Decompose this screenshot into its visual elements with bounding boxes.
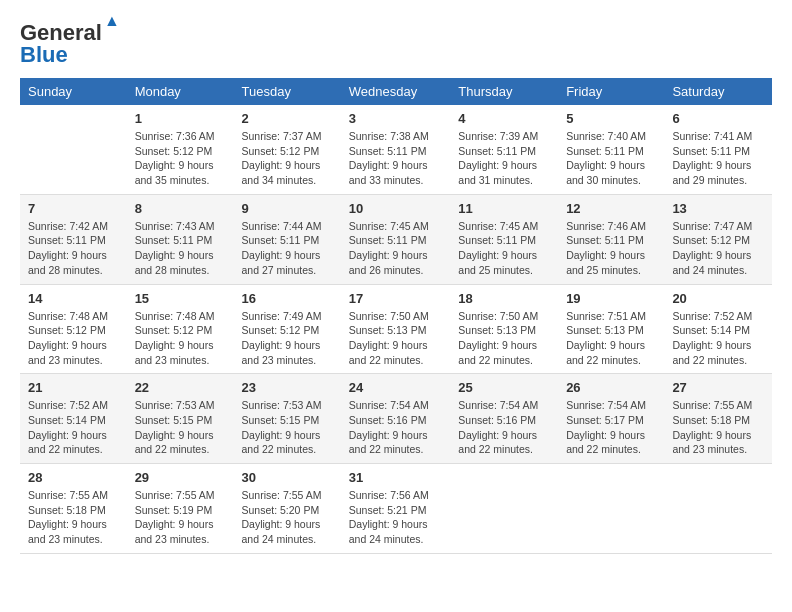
day-info: Sunrise: 7:48 AMSunset: 5:12 PMDaylight:… <box>28 309 119 368</box>
day-number: 18 <box>458 291 550 306</box>
day-info: Sunrise: 7:43 AMSunset: 5:11 PMDaylight:… <box>135 219 226 278</box>
day-info: Sunrise: 7:54 AMSunset: 5:16 PMDaylight:… <box>458 398 550 457</box>
day-number: 5 <box>566 111 656 126</box>
logo: General ▲ Blue <box>20 20 102 68</box>
day-number: 31 <box>349 470 443 485</box>
calendar-cell <box>558 464 664 554</box>
calendar-cell: 7Sunrise: 7:42 AMSunset: 5:11 PMDaylight… <box>20 194 127 284</box>
day-number: 10 <box>349 201 443 216</box>
calendar-cell: 11Sunrise: 7:45 AMSunset: 5:11 PMDayligh… <box>450 194 558 284</box>
calendar-table: SundayMondayTuesdayWednesdayThursdayFrid… <box>20 78 772 554</box>
day-number: 29 <box>135 470 226 485</box>
weekday-header: Thursday <box>450 78 558 105</box>
day-number: 26 <box>566 380 656 395</box>
day-info: Sunrise: 7:37 AMSunset: 5:12 PMDaylight:… <box>242 129 333 188</box>
calendar-cell: 20Sunrise: 7:52 AMSunset: 5:14 PMDayligh… <box>664 284 772 374</box>
calendar-cell: 28Sunrise: 7:55 AMSunset: 5:18 PMDayligh… <box>20 464 127 554</box>
calendar-cell: 25Sunrise: 7:54 AMSunset: 5:16 PMDayligh… <box>450 374 558 464</box>
day-number: 14 <box>28 291 119 306</box>
day-info: Sunrise: 7:42 AMSunset: 5:11 PMDaylight:… <box>28 219 119 278</box>
calendar-cell: 27Sunrise: 7:55 AMSunset: 5:18 PMDayligh… <box>664 374 772 464</box>
day-number: 15 <box>135 291 226 306</box>
day-info: Sunrise: 7:45 AMSunset: 5:11 PMDaylight:… <box>349 219 443 278</box>
day-info: Sunrise: 7:36 AMSunset: 5:12 PMDaylight:… <box>135 129 226 188</box>
calendar-cell: 12Sunrise: 7:46 AMSunset: 5:11 PMDayligh… <box>558 194 664 284</box>
day-number: 7 <box>28 201 119 216</box>
day-info: Sunrise: 7:50 AMSunset: 5:13 PMDaylight:… <box>458 309 550 368</box>
calendar-cell: 14Sunrise: 7:48 AMSunset: 5:12 PMDayligh… <box>20 284 127 374</box>
calendar-cell: 31Sunrise: 7:56 AMSunset: 5:21 PMDayligh… <box>341 464 451 554</box>
day-info: Sunrise: 7:50 AMSunset: 5:13 PMDaylight:… <box>349 309 443 368</box>
day-info: Sunrise: 7:54 AMSunset: 5:16 PMDaylight:… <box>349 398 443 457</box>
logo-general: General <box>20 20 102 45</box>
calendar-cell: 23Sunrise: 7:53 AMSunset: 5:15 PMDayligh… <box>234 374 341 464</box>
day-number: 13 <box>672 201 764 216</box>
day-info: Sunrise: 7:52 AMSunset: 5:14 PMDaylight:… <box>672 309 764 368</box>
calendar-cell: 21Sunrise: 7:52 AMSunset: 5:14 PMDayligh… <box>20 374 127 464</box>
day-number: 11 <box>458 201 550 216</box>
day-info: Sunrise: 7:51 AMSunset: 5:13 PMDaylight:… <box>566 309 656 368</box>
calendar-cell: 17Sunrise: 7:50 AMSunset: 5:13 PMDayligh… <box>341 284 451 374</box>
weekday-header: Monday <box>127 78 234 105</box>
day-info: Sunrise: 7:54 AMSunset: 5:17 PMDaylight:… <box>566 398 656 457</box>
day-number: 22 <box>135 380 226 395</box>
day-info: Sunrise: 7:41 AMSunset: 5:11 PMDaylight:… <box>672 129 764 188</box>
day-info: Sunrise: 7:40 AMSunset: 5:11 PMDaylight:… <box>566 129 656 188</box>
logo-bird-icon: ▲ <box>104 12 120 30</box>
day-number: 21 <box>28 380 119 395</box>
calendar-cell <box>664 464 772 554</box>
calendar-cell <box>450 464 558 554</box>
day-number: 4 <box>458 111 550 126</box>
day-number: 2 <box>242 111 333 126</box>
day-number: 17 <box>349 291 443 306</box>
day-info: Sunrise: 7:55 AMSunset: 5:20 PMDaylight:… <box>242 488 333 547</box>
weekday-header: Wednesday <box>341 78 451 105</box>
day-info: Sunrise: 7:44 AMSunset: 5:11 PMDaylight:… <box>242 219 333 278</box>
day-number: 6 <box>672 111 764 126</box>
calendar-cell: 10Sunrise: 7:45 AMSunset: 5:11 PMDayligh… <box>341 194 451 284</box>
day-number: 20 <box>672 291 764 306</box>
day-info: Sunrise: 7:55 AMSunset: 5:19 PMDaylight:… <box>135 488 226 547</box>
day-info: Sunrise: 7:49 AMSunset: 5:12 PMDaylight:… <box>242 309 333 368</box>
calendar-cell: 16Sunrise: 7:49 AMSunset: 5:12 PMDayligh… <box>234 284 341 374</box>
day-number: 25 <box>458 380 550 395</box>
day-info: Sunrise: 7:55 AMSunset: 5:18 PMDaylight:… <box>28 488 119 547</box>
calendar-cell: 3Sunrise: 7:38 AMSunset: 5:11 PMDaylight… <box>341 105 451 194</box>
calendar-cell: 9Sunrise: 7:44 AMSunset: 5:11 PMDaylight… <box>234 194 341 284</box>
calendar-cell: 30Sunrise: 7:55 AMSunset: 5:20 PMDayligh… <box>234 464 341 554</box>
day-number: 24 <box>349 380 443 395</box>
calendar-week-row: 1Sunrise: 7:36 AMSunset: 5:12 PMDaylight… <box>20 105 772 194</box>
calendar-cell: 15Sunrise: 7:48 AMSunset: 5:12 PMDayligh… <box>127 284 234 374</box>
calendar-week-row: 28Sunrise: 7:55 AMSunset: 5:18 PMDayligh… <box>20 464 772 554</box>
calendar-cell: 18Sunrise: 7:50 AMSunset: 5:13 PMDayligh… <box>450 284 558 374</box>
weekday-header: Sunday <box>20 78 127 105</box>
day-number: 19 <box>566 291 656 306</box>
day-number: 23 <box>242 380 333 395</box>
calendar-cell: 22Sunrise: 7:53 AMSunset: 5:15 PMDayligh… <box>127 374 234 464</box>
day-number: 3 <box>349 111 443 126</box>
weekday-header: Saturday <box>664 78 772 105</box>
day-number: 30 <box>242 470 333 485</box>
weekday-header: Friday <box>558 78 664 105</box>
day-number: 27 <box>672 380 764 395</box>
day-info: Sunrise: 7:38 AMSunset: 5:11 PMDaylight:… <box>349 129 443 188</box>
day-info: Sunrise: 7:46 AMSunset: 5:11 PMDaylight:… <box>566 219 656 278</box>
calendar-cell: 13Sunrise: 7:47 AMSunset: 5:12 PMDayligh… <box>664 194 772 284</box>
calendar-cell <box>20 105 127 194</box>
calendar-cell: 29Sunrise: 7:55 AMSunset: 5:19 PMDayligh… <box>127 464 234 554</box>
calendar-cell: 5Sunrise: 7:40 AMSunset: 5:11 PMDaylight… <box>558 105 664 194</box>
day-info: Sunrise: 7:52 AMSunset: 5:14 PMDaylight:… <box>28 398 119 457</box>
calendar-week-row: 14Sunrise: 7:48 AMSunset: 5:12 PMDayligh… <box>20 284 772 374</box>
calendar-cell: 1Sunrise: 7:36 AMSunset: 5:12 PMDaylight… <box>127 105 234 194</box>
calendar-cell: 2Sunrise: 7:37 AMSunset: 5:12 PMDaylight… <box>234 105 341 194</box>
day-number: 12 <box>566 201 656 216</box>
day-info: Sunrise: 7:56 AMSunset: 5:21 PMDaylight:… <box>349 488 443 547</box>
calendar-week-row: 7Sunrise: 7:42 AMSunset: 5:11 PMDaylight… <box>20 194 772 284</box>
calendar-cell: 8Sunrise: 7:43 AMSunset: 5:11 PMDaylight… <box>127 194 234 284</box>
calendar-cell: 19Sunrise: 7:51 AMSunset: 5:13 PMDayligh… <box>558 284 664 374</box>
day-info: Sunrise: 7:53 AMSunset: 5:15 PMDaylight:… <box>242 398 333 457</box>
calendar-cell: 24Sunrise: 7:54 AMSunset: 5:16 PMDayligh… <box>341 374 451 464</box>
weekday-header: Tuesday <box>234 78 341 105</box>
day-number: 16 <box>242 291 333 306</box>
day-info: Sunrise: 7:47 AMSunset: 5:12 PMDaylight:… <box>672 219 764 278</box>
